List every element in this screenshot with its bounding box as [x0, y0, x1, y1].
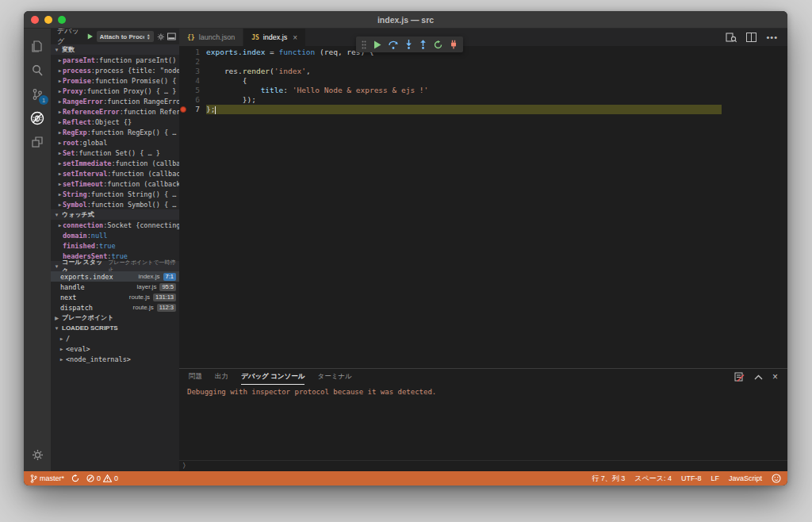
line-number-gutter[interactable]: 3	[179, 67, 206, 76]
status-item-0[interactable]: 行 7、列 3	[592, 474, 625, 484]
close-tab-icon[interactable]: ×	[293, 33, 297, 42]
expand-icon[interactable]: ▶	[57, 129, 63, 135]
extensions-icon[interactable]	[24, 130, 51, 154]
expand-icon[interactable]: ▶	[57, 160, 63, 166]
expand-icon[interactable]: ▶	[57, 57, 63, 63]
panel-tab-ターミナル[interactable]: ターミナル	[317, 369, 351, 385]
debug-console-toggle-icon[interactable]	[167, 33, 176, 40]
call-stack-frame[interactable]: dispatchroute.js112:3	[51, 302, 179, 313]
line-number-gutter[interactable]: 4	[179, 76, 206, 86]
code-editor[interactable]: 1exports.index = function (req, res) {23…	[179, 46, 787, 368]
sync-item[interactable]	[71, 474, 79, 482]
expand-icon[interactable]: ▶	[57, 181, 63, 186]
expand-icon[interactable]: ▶	[59, 346, 64, 351]
breakpoints-section-header[interactable]: ▶ ブレークポイント	[51, 313, 179, 323]
git-branch-item[interactable]: master*	[30, 474, 64, 483]
open-changes-icon[interactable]	[726, 33, 737, 43]
explorer-icon[interactable]	[24, 35, 51, 59]
breakpoint-icon[interactable]	[180, 106, 186, 113]
variables-section-header[interactable]: ▼ 変数	[51, 44, 179, 55]
editor-tab-launch-json[interactable]: {}launch.json	[179, 29, 243, 46]
zoom-window-button[interactable]	[58, 16, 66, 24]
call-stack-section-header[interactable]: ▼ コール スタック ブレークポイントで一時停止	[51, 261, 179, 271]
expand-icon[interactable]: ▶	[59, 356, 64, 362]
close-panel-icon[interactable]: ×	[772, 371, 778, 382]
variable-row[interactable]: ▶String: function String() { … }	[51, 189, 179, 199]
expand-icon[interactable]: ▶	[57, 202, 63, 207]
variable-row[interactable]: ▶Promise: function Promise() { … }	[51, 75, 179, 86]
panel-tab-デバッグ-コンソール[interactable]: デバッグ コンソール	[241, 369, 304, 385]
line-number-gutter[interactable]: 5	[179, 86, 206, 95]
panel-tab-出力[interactable]: 出力	[215, 369, 228, 385]
line-number-gutter[interactable]: 6	[179, 95, 206, 105]
close-window-button[interactable]	[31, 16, 39, 24]
variable-row[interactable]: ▶setImmediate: function (callback,…	[51, 158, 179, 168]
editor-tab-index-js[interactable]: JSindex.js×	[243, 29, 306, 46]
panel-tab-問題[interactable]: 問題	[189, 369, 202, 385]
configure-gear-icon[interactable]	[157, 33, 165, 41]
variable-row[interactable]: ▶Set: function Set() { … }	[51, 148, 179, 158]
variable-row[interactable]: ▶RangeError: function RangeError()…	[51, 96, 179, 106]
expand-icon[interactable]: ▶	[57, 67, 63, 73]
watch-row[interactable]: domain: null	[51, 230, 179, 240]
minimize-window-button[interactable]	[44, 16, 52, 24]
expand-icon[interactable]: ▶	[57, 88, 63, 94]
expand-icon[interactable]: ▶	[57, 150, 63, 155]
variable-row[interactable]: ▶ReferenceError: function Referenc…	[51, 106, 179, 117]
source-control-icon[interactable]: 1	[24, 83, 51, 106]
line-number-gutter[interactable]: 7	[179, 105, 206, 114]
toolbar-drag-handle[interactable]	[362, 40, 366, 49]
expand-icon[interactable]: ▶	[57, 98, 63, 104]
step-into-icon[interactable]	[405, 40, 412, 49]
clear-console-icon[interactable]	[734, 372, 745, 382]
expand-icon[interactable]: ▶	[59, 336, 64, 341]
loaded-scripts-section-header[interactable]: ▼ LOADED SCRIPTS	[51, 323, 179, 333]
status-item-3[interactable]: LF	[710, 474, 719, 482]
variable-row[interactable]: ▶setTimeout: function (callback, a…	[51, 178, 179, 189]
loaded-script-row[interactable]: ▶<node_internals>	[51, 354, 179, 364]
step-out-icon[interactable]	[419, 40, 427, 49]
split-editor-icon[interactable]	[746, 33, 756, 42]
variable-row[interactable]: ▶root: global	[51, 137, 179, 148]
expand-icon[interactable]: ▶	[57, 140, 63, 145]
maximize-panel-icon[interactable]	[754, 374, 763, 380]
expand-icon[interactable]: ▶	[57, 109, 63, 114]
expand-icon[interactable]: ▶	[57, 119, 63, 125]
watch-row[interactable]: finished: true	[51, 240, 179, 251]
call-stack-frame[interactable]: handlelayer.js95:5	[51, 282, 179, 292]
feedback-smiley-icon[interactable]	[772, 474, 781, 483]
search-icon[interactable]	[24, 59, 51, 83]
watch-row[interactable]: ▶connection: Socket {connecting: fal…	[51, 220, 179, 230]
variable-row[interactable]: ▶parseInt: function parseInt() { …	[51, 55, 179, 65]
problems-item[interactable]: 0 0	[86, 474, 118, 482]
debug-config-dropdown[interactable]: Attach to Proces ▲▼	[97, 31, 154, 42]
step-over-icon[interactable]	[389, 40, 398, 49]
variable-row[interactable]: ▶setInterval: function (callback, …	[51, 168, 179, 178]
variable-row[interactable]: ▶Symbol: function Symbol() { … }	[51, 199, 179, 209]
expand-icon[interactable]: ▶	[57, 171, 63, 176]
variable-row[interactable]: ▶Reflect: Object {}	[51, 117, 179, 127]
expand-icon[interactable]: ▶	[57, 191, 63, 197]
expand-icon[interactable]: ▶	[57, 222, 63, 228]
variable-row[interactable]: ▶RegExp: function RegExp() { … }	[51, 127, 179, 137]
variable-row[interactable]: ▶process: process {title: "node", …	[51, 65, 179, 75]
start-debug-icon[interactable]	[86, 33, 94, 40]
restart-icon[interactable]	[434, 40, 442, 49]
more-actions-icon[interactable]: •••	[766, 33, 778, 42]
disconnect-icon[interactable]	[450, 40, 458, 49]
settings-gear-icon[interactable]	[24, 443, 51, 466]
status-item-4[interactable]: JavaScript	[729, 474, 762, 482]
call-stack-frame[interactable]: nextroute.js131:13	[51, 292, 179, 302]
line-number-gutter[interactable]: 1	[179, 48, 206, 57]
continue-icon[interactable]	[373, 40, 381, 49]
watch-section-header[interactable]: ▼ ウォッチ式	[51, 209, 179, 220]
debug-console-input[interactable]: 〉	[179, 460, 787, 471]
status-item-2[interactable]: UTF-8	[681, 474, 702, 482]
status-item-1[interactable]: スペース: 4	[634, 474, 672, 484]
expand-icon[interactable]: ▶	[57, 78, 63, 83]
loaded-script-row[interactable]: ▶/	[51, 333, 179, 344]
debug-icon[interactable]	[24, 106, 51, 130]
loaded-script-row[interactable]: ▶<eval>	[51, 344, 179, 354]
call-stack-frame[interactable]: exports.indexindex.js7:1	[51, 271, 179, 282]
line-number-gutter[interactable]: 2	[179, 57, 206, 67]
